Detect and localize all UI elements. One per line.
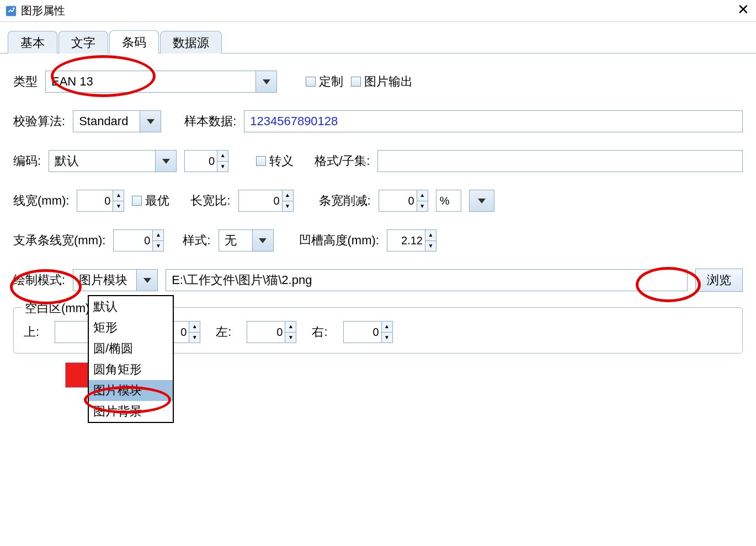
label-left: 左: <box>216 324 231 340</box>
escape-label: 转义 <box>269 153 294 169</box>
image-output-checkbox[interactable]: 图片输出 <box>351 73 413 90</box>
draw-mode-combobox[interactable]: 图片模块 <box>73 269 158 291</box>
support-bar-field[interactable] <box>118 234 151 248</box>
chevron-down-icon[interactable] <box>470 190 494 211</box>
checkbox-icon <box>256 156 266 166</box>
blank-top-field[interactable] <box>60 325 92 339</box>
format-subset-input[interactable] <box>377 150 743 172</box>
custom-checkbox[interactable]: 定制 <box>306 73 343 90</box>
encode-num-stepper[interactable]: ▲▼ <box>184 150 228 172</box>
optimal-label: 最优 <box>145 192 169 209</box>
down-arrow-icon[interactable]: ▼ <box>425 241 436 251</box>
groove-height-field[interactable] <box>392 234 424 248</box>
aspect-field[interactable] <box>243 194 281 208</box>
chevron-down-icon[interactable] <box>255 71 276 92</box>
tab-text[interactable]: 文字 <box>58 31 108 53</box>
down-arrow-icon[interactable]: ▼ <box>285 333 296 343</box>
bar-reduce-unit-value: % <box>440 195 450 207</box>
sample-data-input[interactable] <box>244 110 743 132</box>
tab-basic[interactable]: 基本 <box>8 31 57 53</box>
support-bar-stepper[interactable]: ▲▼ <box>113 229 164 251</box>
browse-button[interactable]: 浏览 <box>695 269 743 292</box>
type-combobox[interactable]: EAN 13 <box>45 71 277 93</box>
chevron-down-icon[interactable] <box>136 270 157 291</box>
image-path-input[interactable] <box>166 269 688 291</box>
checkbox-icon <box>132 196 142 206</box>
encoding-value: 默认 <box>55 153 79 169</box>
optimal-checkbox[interactable]: 最优 <box>132 192 169 209</box>
blank-right-stepper[interactable]: ▲▼ <box>343 321 393 343</box>
sample-data-field[interactable] <box>249 114 738 129</box>
dropdown-option[interactable]: 圆角矩形 <box>89 359 173 380</box>
label-line-width: 线宽(mm): <box>13 192 69 209</box>
aspect-stepper[interactable]: ▲▼ <box>238 190 294 212</box>
label-draw-mode: 绘制模式: <box>13 272 65 288</box>
down-arrow-icon[interactable]: ▼ <box>189 333 200 343</box>
label-support-bar: 支承条线宽(mm): <box>13 232 105 249</box>
up-arrow-icon[interactable]: ▲ <box>425 230 436 241</box>
bar-reduce-field[interactable] <box>384 194 416 208</box>
encoding-combobox[interactable]: 默认 <box>49 150 177 172</box>
bar-reduce-stepper[interactable]: ▲▼ <box>379 190 428 212</box>
dropdown-option[interactable]: 圆/椭圆 <box>89 338 173 359</box>
label-type: 类型 <box>13 73 38 90</box>
up-arrow-icon[interactable]: ▲ <box>153 230 163 241</box>
style-value: 无 <box>225 232 237 249</box>
dropdown-option-selected[interactable]: 图片模块 <box>89 380 173 401</box>
window-title: 图形属性 <box>21 3 65 18</box>
groove-height-stepper[interactable]: ▲▼ <box>387 229 436 251</box>
line-width-field[interactable] <box>82 194 111 208</box>
dropdown-option[interactable]: 图片背景 <box>89 401 173 422</box>
blank-left-field[interactable] <box>252 325 284 339</box>
up-arrow-icon[interactable]: ▲ <box>417 190 428 201</box>
down-arrow-icon[interactable]: ▼ <box>283 201 293 212</box>
blank-left-stepper[interactable]: ▲▼ <box>247 321 296 343</box>
close-icon[interactable]: ✕ <box>737 2 749 17</box>
label-top: 上: <box>24 324 39 340</box>
tab-datasource[interactable]: 数据源 <box>160 31 222 53</box>
up-arrow-icon[interactable]: ▲ <box>189 322 200 333</box>
image-output-label: 图片输出 <box>364 73 413 90</box>
up-arrow-icon[interactable]: ▲ <box>283 190 293 201</box>
escape-checkbox[interactable]: 转义 <box>256 153 294 169</box>
down-arrow-icon[interactable]: ▼ <box>217 162 228 172</box>
down-arrow-icon[interactable]: ▼ <box>113 201 124 212</box>
titlebar: 图形属性 ✕ <box>0 0 756 22</box>
tab-bar: 基本 文字 条码 数据源 <box>0 22 756 53</box>
dropdown-option[interactable]: 矩形 <box>89 317 173 338</box>
draw-mode-dropdown-list: 默认 矩形 圆/椭圆 圆角矩形 图片模块 图片背景 <box>88 295 174 423</box>
style-combobox[interactable]: 无 <box>219 229 274 251</box>
chevron-down-icon[interactable] <box>140 111 161 132</box>
tab-barcode[interactable]: 条码 <box>109 30 159 53</box>
label-groove-height: 凹槽高度(mm): <box>299 232 379 249</box>
image-path-field[interactable] <box>171 272 683 288</box>
up-arrow-icon[interactable]: ▲ <box>285 322 296 333</box>
label-check-alg: 校验算法: <box>13 113 65 130</box>
down-arrow-icon[interactable]: ▼ <box>153 241 163 251</box>
checkbox-icon <box>306 77 316 87</box>
chevron-down-icon[interactable] <box>155 151 176 172</box>
up-arrow-icon[interactable]: ▲ <box>113 190 124 201</box>
blank-zone-legend: 空白区(mm) <box>22 300 93 317</box>
up-arrow-icon[interactable]: ▲ <box>382 322 392 333</box>
label-aspect: 长宽比: <box>190 192 230 209</box>
browse-label: 浏览 <box>707 272 731 288</box>
down-arrow-icon[interactable]: ▼ <box>417 201 428 212</box>
format-subset-field[interactable] <box>382 153 738 169</box>
check-alg-value: Standard <box>79 114 128 129</box>
bar-reduce-unit: % <box>436 190 461 212</box>
up-arrow-icon[interactable]: ▲ <box>217 151 228 162</box>
custom-label: 定制 <box>319 73 343 90</box>
encode-num-field[interactable] <box>189 154 216 168</box>
draw-mode-value: 图片模块 <box>79 272 127 288</box>
check-alg-combobox[interactable]: Standard <box>73 110 161 132</box>
label-encoding: 编码: <box>13 153 41 169</box>
chevron-down-icon[interactable] <box>252 230 273 251</box>
svg-point-1 <box>13 7 15 9</box>
label-right: 右: <box>312 324 327 340</box>
bar-reduce-unit-combobox[interactable] <box>469 190 494 212</box>
down-arrow-icon[interactable]: ▼ <box>382 333 392 343</box>
blank-right-field[interactable] <box>348 325 380 339</box>
dropdown-option[interactable]: 默认 <box>89 296 173 317</box>
line-width-stepper[interactable]: ▲▼ <box>77 190 124 212</box>
